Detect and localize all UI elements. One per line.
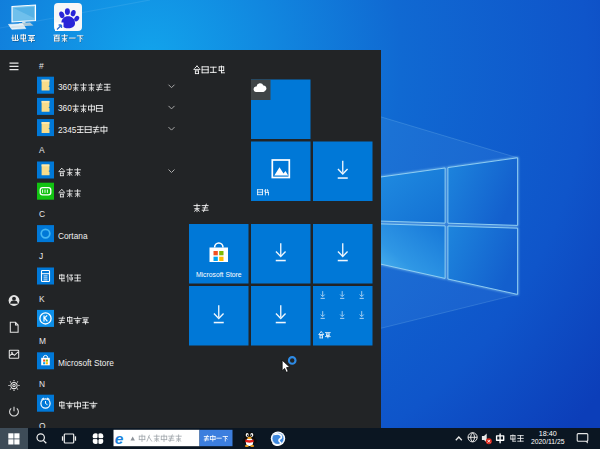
svg-text:C: C bbox=[39, 209, 45, 219]
svg-text:N: N bbox=[39, 379, 45, 389]
svg-text:K: K bbox=[39, 294, 45, 304]
svg-text:A: A bbox=[39, 145, 45, 155]
svg-text:Cortana: Cortana bbox=[58, 231, 88, 241]
svg-text:18:40: 18:40 bbox=[539, 429, 557, 438]
svg-text:Microsoft Store: Microsoft Store bbox=[58, 358, 114, 368]
svg-text:Microsoft Store: Microsoft Store bbox=[196, 271, 242, 278]
svg-text:e: e bbox=[115, 430, 124, 447]
svg-text:J: J bbox=[39, 251, 43, 261]
svg-text:2020/11/25: 2020/11/25 bbox=[531, 438, 565, 445]
svg-text:2345: 2345 bbox=[58, 125, 77, 135]
svg-text:#: # bbox=[39, 61, 44, 71]
svg-text:M: M bbox=[39, 336, 46, 346]
svg-text:360: 360 bbox=[58, 82, 72, 92]
svg-text:360: 360 bbox=[58, 103, 72, 113]
